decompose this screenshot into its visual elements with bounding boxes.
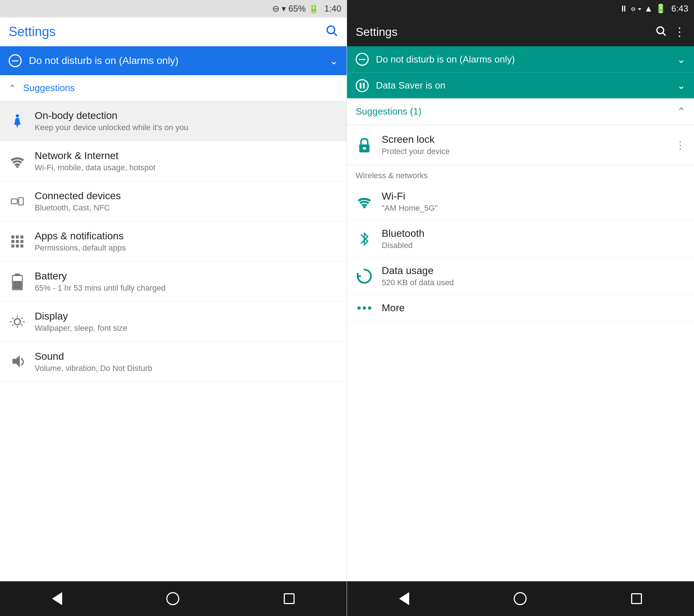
battery-subtitle: 65% - 1 hr 53 mins until fully charged: [35, 283, 338, 293]
item-wifi-right[interactable]: Wi-Fi "AM Home_5G": [347, 183, 694, 221]
sound-title: Sound: [35, 351, 338, 362]
screen-lock-subtitle: Protect your device: [382, 147, 667, 156]
search-icon-left[interactable]: [325, 24, 338, 40]
overflow-menu-icon[interactable]: ⋮: [674, 25, 685, 39]
data-usage-icon: [356, 268, 373, 284]
svg-rect-32: [363, 147, 366, 149]
recents-button-right[interactable]: [631, 593, 642, 604]
nav-bar-right: [347, 581, 694, 616]
onbody-text: On-body detection Keep your device unloc…: [35, 110, 338, 132]
svg-line-1: [334, 33, 337, 36]
network-text: Network & Internet Wi-Fi, mobile, data u…: [35, 150, 338, 172]
chevron-up-icon: ⌃: [9, 83, 16, 93]
screen-lock-overflow[interactable]: ⋮: [675, 139, 685, 151]
time-right: 6:43: [671, 4, 688, 14]
right-header-icons: ⋮: [655, 25, 685, 39]
onbody-subtitle: Keep your device unlocked while it's on …: [35, 123, 338, 132]
wifi-subtitle-right: "AM Home_5G": [382, 204, 685, 213]
suggestions-label-left: Suggestions: [23, 82, 75, 94]
back-button-right[interactable]: [399, 592, 409, 605]
data-saver-chevron: ⌄: [677, 80, 685, 91]
apps-title: Apps & notifications: [35, 230, 338, 242]
nav-bar-left: [0, 581, 347, 616]
dnd-text-right: Do not disturb is on (Alarms only): [376, 54, 670, 65]
svg-line-24: [12, 318, 13, 319]
item-sound[interactable]: Sound Volume, vibration, Do Not Disturb: [0, 342, 347, 382]
svg-point-19: [14, 319, 21, 325]
connected-icon: [9, 194, 26, 209]
dnd-chevron-left: ⌄: [330, 55, 338, 67]
apps-text: Apps & notifications Permissions, defaul…: [35, 230, 338, 253]
data-saver-banner[interactable]: Data Saver is on ⌄: [347, 72, 694, 98]
sound-text: Sound Volume, vibration, Do Not Disturb: [35, 351, 338, 373]
onbody-title: On-body detection: [35, 110, 338, 121]
item-data-usage[interactable]: Data usage 520 KB of data used: [347, 258, 694, 295]
item-apps[interactable]: Apps & notifications Permissions, defaul…: [0, 222, 347, 262]
home-button-left[interactable]: [166, 592, 179, 605]
display-icon: [9, 315, 26, 329]
more-icon: [356, 304, 373, 312]
suggestions-label-right: Suggestions (1): [356, 106, 421, 117]
dnd-chevron-right: ⌄: [677, 54, 685, 65]
status-bar-right: ⏸ ⊖ ▾ ▲ 🔋 6:43: [347, 0, 694, 17]
item-more[interactable]: More: [347, 295, 694, 321]
recents-button-left[interactable]: [284, 593, 295, 604]
item-network[interactable]: Network & Internet Wi-Fi, mobile, data u…: [0, 141, 347, 181]
svg-rect-18: [13, 281, 22, 289]
svg-rect-17: [15, 274, 20, 276]
item-connected[interactable]: Connected devices Bluetooth, Cast, NFC: [0, 181, 347, 222]
bluetooth-icon: [356, 231, 373, 247]
svg-point-35: [363, 306, 366, 309]
left-title: Settings: [9, 24, 56, 39]
display-title: Display: [35, 311, 338, 322]
bluetooth-subtitle: Disabled: [382, 241, 685, 250]
right-header: Settings ⋮: [347, 17, 694, 46]
svg-rect-7: [11, 235, 14, 238]
data-usage-text: Data usage 520 KB of data used: [382, 265, 685, 287]
svg-rect-11: [16, 240, 19, 243]
screen-lock-title: Screen lock: [382, 134, 667, 145]
connected-text: Connected devices Bluetooth, Cast, NFC: [35, 190, 338, 213]
svg-rect-13: [11, 244, 14, 247]
dnd-icon-right: [356, 53, 369, 66]
back-button-left[interactable]: [52, 592, 62, 605]
item-display[interactable]: Display Wallpaper, sleep, font size: [0, 302, 347, 342]
suggestions-chevron-right: ⌃: [677, 106, 685, 117]
bluetooth-text: Bluetooth Disabled: [382, 228, 685, 250]
search-icon-right[interactable]: [655, 25, 667, 39]
svg-point-34: [357, 306, 361, 309]
svg-rect-9: [20, 235, 23, 238]
suggestions-right[interactable]: Suggestions (1) ⌃: [347, 98, 694, 125]
wifi-icon-right: [356, 195, 373, 208]
wireless-section-header: Wireless & networks: [347, 165, 694, 183]
svg-rect-14: [16, 244, 19, 247]
svg-rect-12: [20, 240, 23, 243]
dnd-text-left: Do not disturb is on (Alarms only): [29, 55, 322, 67]
item-battery[interactable]: Battery 65% - 1 hr 53 mins until fully c…: [0, 262, 347, 302]
status-bar-left: ⊖ ▾ 65% 🔋 1:40: [0, 0, 347, 17]
right-title: Settings: [356, 25, 648, 39]
svg-rect-15: [20, 244, 23, 247]
svg-point-33: [363, 206, 366, 208]
dnd-banner-left[interactable]: Do not disturb is on (Alarms only) ⌄: [0, 46, 347, 75]
svg-line-25: [21, 325, 22, 326]
svg-point-0: [327, 26, 335, 34]
connected-title: Connected devices: [35, 190, 338, 202]
bluetooth-title: Bluetooth: [382, 228, 685, 239]
svg-point-3: [16, 166, 19, 168]
pause-icon: [356, 79, 369, 92]
left-header: Settings: [0, 17, 347, 46]
item-screen-lock[interactable]: Screen lock Protect your device ⋮: [347, 125, 694, 165]
suggestions-left[interactable]: ⌃ Suggestions: [0, 75, 347, 101]
apps-icon: [9, 234, 26, 249]
time-left: 1:40: [324, 4, 341, 14]
item-onbody[interactable]: On-body detection Keep your device unloc…: [0, 101, 347, 141]
dnd-icon-left: [9, 54, 22, 67]
item-bluetooth[interactable]: Bluetooth Disabled: [347, 221, 694, 258]
data-usage-subtitle: 520 KB of data used: [382, 278, 685, 287]
network-icon: [9, 155, 26, 168]
display-subtitle: Wallpaper, sleep, font size: [35, 324, 338, 333]
dnd-banner-right[interactable]: Do not disturb is on (Alarms only) ⌄: [347, 46, 694, 72]
home-button-right[interactable]: [514, 592, 527, 605]
display-text: Display Wallpaper, sleep, font size: [35, 311, 338, 333]
